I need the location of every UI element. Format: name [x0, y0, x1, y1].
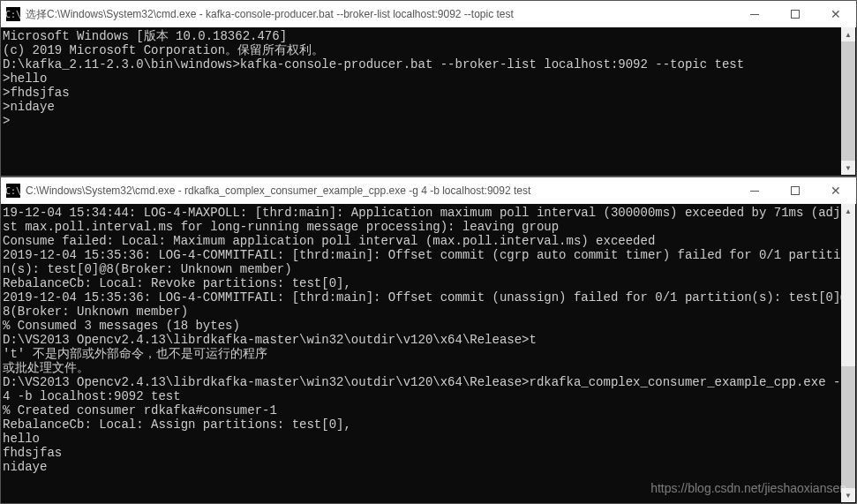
- terminal-output[interactable]: Microsoft Windows [版本 10.0.18362.476](c)…: [1, 27, 856, 176]
- watermark: https://blog.csdn.net/jieshaoxiansen: [650, 481, 846, 495]
- maximize-button[interactable]: [775, 177, 816, 204]
- close-icon: ✕: [831, 184, 841, 197]
- maximize-icon: [791, 10, 800, 19]
- close-button[interactable]: ✕: [816, 177, 856, 204]
- scroll-track[interactable]: [841, 218, 855, 488]
- terminal-line: Microsoft Windows [版本 10.0.18362.476]: [3, 29, 854, 43]
- terminal-line: D:\VS2013 Opencv2.4.13\librdkafka-master…: [3, 375, 854, 403]
- scrollbar[interactable]: ▲ ▼: [841, 204, 855, 502]
- cmd-window-producer: C:\ 选择C:\Windows\System32\cmd.exe - kafk…: [0, 0, 857, 177]
- terminal-line: 2019-12-04 15:35:36: LOG-4-COMMITFAIL: […: [3, 248, 854, 276]
- close-button[interactable]: ✕: [816, 1, 856, 27]
- minimize-button[interactable]: [734, 177, 775, 204]
- window-controls: ✕: [734, 1, 856, 27]
- scroll-thumb[interactable]: [841, 366, 855, 488]
- terminal-line: 19-12-04 15:34:44: LOG-4-MAXPOLL: [thrd:…: [3, 206, 854, 234]
- scrollbar[interactable]: ▲ ▼: [841, 27, 855, 175]
- close-icon: ✕: [831, 8, 841, 20]
- terminal-line: nidaye: [3, 460, 854, 474]
- minimize-button[interactable]: [734, 1, 775, 27]
- terminal-line: D:\kafka_2.11-2.3.0\bin\windows>kafka-co…: [3, 57, 854, 71]
- minimize-icon: [750, 14, 759, 15]
- terminal-line: >: [3, 114, 854, 128]
- cmd-icon: C:\: [6, 7, 20, 21]
- minimize-icon: [750, 191, 759, 192]
- scroll-up-icon[interactable]: ▲: [841, 27, 855, 41]
- terminal-line: >nidaye: [3, 100, 854, 114]
- titlebar[interactable]: C:\ C:\Windows\System32\cmd.exe - rdkafk…: [1, 177, 856, 204]
- terminal-line: % Consumed 3 messages (18 bytes): [3, 319, 854, 333]
- terminal-line: (c) 2019 Microsoft Corporation。保留所有权利。: [3, 43, 854, 57]
- terminal-line: Consume failed: Local: Maximum applicati…: [3, 234, 854, 248]
- terminal-line: % Created consumer rdkafka#consumer-1: [3, 403, 854, 417]
- maximize-button[interactable]: [775, 1, 816, 27]
- terminal-line: fhdsjfas: [3, 446, 854, 460]
- terminal-line: 't' 不是内部或外部命令，也不是可运行的程序: [3, 347, 854, 361]
- terminal-line: RebalanceCb: Local: Assign partitions: t…: [3, 417, 854, 432]
- terminal-line: 2019-12-04 15:35:36: LOG-4-COMMITFAIL: […: [3, 290, 854, 319]
- scroll-thumb[interactable]: [841, 41, 855, 161]
- scroll-down-icon[interactable]: ▼: [841, 161, 855, 175]
- maximize-icon: [791, 186, 800, 195]
- window-controls: ✕: [734, 177, 856, 204]
- terminal-line: >fhdsjfas: [3, 86, 854, 100]
- titlebar[interactable]: C:\ 选择C:\Windows\System32\cmd.exe - kafk…: [1, 1, 856, 27]
- terminal-line: 或批处理文件。: [3, 361, 854, 375]
- terminal-line: D:\VS2013 Opencv2.4.13\librdkafka-master…: [3, 333, 854, 347]
- terminal-line: >hello: [3, 71, 854, 86]
- terminal-output[interactable]: 19-12-04 15:34:44: LOG-4-MAXPOLL: [thrd:…: [1, 204, 856, 503]
- terminal-line: RebalanceCb: Local: Revoke partitions: t…: [3, 276, 854, 290]
- terminal-line: hello: [3, 432, 854, 446]
- cmd-icon: C:\: [6, 184, 20, 198]
- scroll-track[interactable]: [841, 41, 855, 161]
- window-title: C:\Windows\System32\cmd.exe - rdkafka_co…: [26, 184, 734, 197]
- window-title: 选择C:\Windows\System32\cmd.exe - kafka-co…: [26, 7, 734, 22]
- cmd-window-consumer: C:\ C:\Windows\System32\cmd.exe - rdkafk…: [0, 177, 857, 504]
- scroll-up-icon[interactable]: ▲: [841, 204, 855, 218]
